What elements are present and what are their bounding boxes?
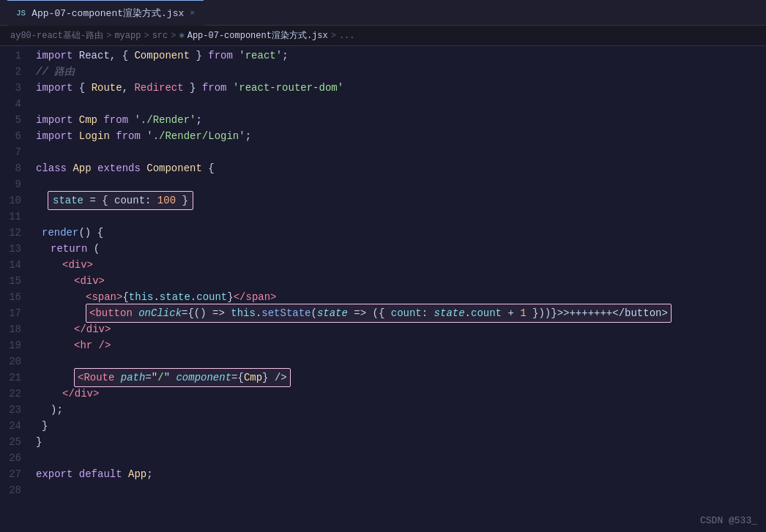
brace-4: } [184, 80, 202, 96]
tag-hr: <hr /> [74, 340, 111, 351]
tag-div-close-18: </div> [74, 323, 111, 335]
state-key: count [108, 195, 145, 206]
kw-import-5: import [36, 112, 79, 128]
breadcrumb-part-3: src [152, 31, 168, 41]
close-path: " [164, 372, 176, 383]
str-router: 'react-router-dom' [233, 80, 343, 96]
code-line-23: ); [36, 402, 766, 418]
title-bar: JS App-07-component渲染方式.jsx × [0, 0, 766, 26]
line-num-14: 14 [7, 257, 21, 273]
brace-1: { [122, 48, 135, 64]
line-num-5: 5 [7, 112, 21, 128]
highlight-button: <button onClick={() => this.setState(sta… [86, 304, 672, 323]
var-react: React [79, 48, 110, 64]
editor-tab[interactable]: JS App-07-component渲染方式.jsx × [7, 0, 204, 26]
close-brace: } [176, 195, 188, 206]
arrow-fn-1: () => [194, 307, 231, 319]
code-line-21: <Route path="/" component={Cmp} /> [36, 370, 766, 386]
semi-6: ; [245, 128, 251, 144]
semi-1: ; [282, 48, 288, 64]
jsx-expr-1: { [122, 291, 128, 303]
code-line-6: import Login from './Render/Login'; [36, 128, 766, 144]
tag-span-close: </span> [234, 291, 277, 303]
tag-div-close-22: </div> [62, 388, 99, 400]
line-num-4: 4 [7, 96, 21, 112]
comment-1: // 路由 [36, 64, 75, 80]
watermark: CSDN @533_ [700, 515, 757, 526]
close-return: ); [51, 404, 63, 416]
code-line-25: } [36, 434, 766, 450]
this-kw: this [129, 291, 154, 303]
path-val: / [157, 372, 163, 383]
line-numbers: 1 2 3 4 5 6 7 8 9 10 11 12 13 14 15 16 1… [0, 46, 33, 532]
close-render: } [42, 420, 48, 432]
eq-path: =" [145, 372, 157, 383]
line-num-9: 9 [7, 176, 21, 192]
colon-count: : [422, 307, 434, 319]
code-line-27: export default App; [36, 466, 766, 482]
eq-onclick: ={ [182, 307, 194, 319]
tag-div-open-15: <div> [74, 275, 105, 287]
kw-class: class [36, 160, 72, 176]
code-container: 1 2 3 4 5 6 7 8 9 10 11 12 13 14 15 16 1… [0, 46, 766, 532]
cmp-ref: Cmp [244, 372, 262, 383]
kw-default: default [79, 466, 128, 482]
breadcrumb-sep-3: > [171, 31, 176, 41]
line-num-6: 6 [7, 128, 21, 144]
route: Route [92, 80, 122, 96]
code-line-14: <div> [36, 257, 766, 273]
breadcrumb-sep-1: > [106, 31, 111, 41]
state-ref-1: state [160, 291, 190, 303]
line-num-15: 15 [7, 273, 21, 289]
code-line-17: <button onClick={() => this.setState(sta… [36, 305, 766, 321]
code-line-16: <span>{this.state.count}</span> [36, 289, 766, 305]
kw-import-6: import [36, 128, 79, 144]
highlight-route: <Route path="/" component={Cmp} /> [74, 368, 291, 387]
line-num-17: 17 [7, 305, 21, 321]
line-num-21: 21 [7, 370, 21, 386]
code-line-11 [36, 209, 766, 225]
line-num-7: 7 [7, 144, 21, 160]
code-line-8: class App extends Component { [36, 160, 766, 176]
line-num-18: 18 [7, 321, 21, 337]
code-line-22: </div> [36, 386, 766, 402]
state-ref-2: state [434, 307, 465, 319]
code-line-10: state = { count: 100 } [36, 192, 766, 209]
kw-import-1: import [36, 48, 79, 64]
this-2: this [231, 307, 256, 319]
close-setstate: }))}>>+++++++</button> [527, 307, 668, 319]
close-class: } [36, 434, 42, 450]
login: Login [79, 128, 116, 144]
tag-route: <Route [78, 372, 121, 383]
jsx-expr-2: } [227, 291, 233, 303]
attr-path: path [121, 372, 146, 383]
str-login: './Render/Login' [146, 128, 245, 144]
kw-import-3: import [36, 80, 79, 96]
line-num-22: 22 [7, 386, 21, 402]
paren-1: () { [78, 227, 103, 239]
line-num-2: 2 [7, 64, 21, 80]
count-ref-2: count [471, 307, 502, 319]
punct-1: , [110, 48, 122, 64]
dot-2: . [190, 291, 196, 303]
line-num-12: 12 [7, 225, 21, 241]
attr-onclick: onClick [138, 307, 182, 319]
classname-app: App [72, 160, 97, 176]
kw-from-5: from [103, 112, 134, 128]
code-line-24: } [36, 418, 766, 434]
line-num-23: 23 [7, 402, 21, 418]
fn-render: render [42, 227, 78, 239]
code-line-19: <hr /> [36, 337, 766, 353]
line-num-24: 24 [7, 418, 21, 434]
eq-component: ={ [231, 372, 244, 383]
classname-component: Component [146, 160, 208, 176]
code-area[interactable]: import React, { Component } from 'react'… [33, 46, 766, 532]
line-num-28: 28 [7, 482, 21, 498]
tab-close-button[interactable]: × [190, 9, 195, 18]
eq: = { [83, 195, 108, 206]
brace-class: { [208, 160, 214, 176]
editor: 1 2 3 4 5 6 7 8 9 10 11 12 13 14 15 16 1… [0, 46, 766, 532]
str-render: './Render' [134, 112, 196, 128]
arrow-fn-2: => ( [348, 307, 379, 319]
tag-span-open: <span> [86, 291, 122, 303]
